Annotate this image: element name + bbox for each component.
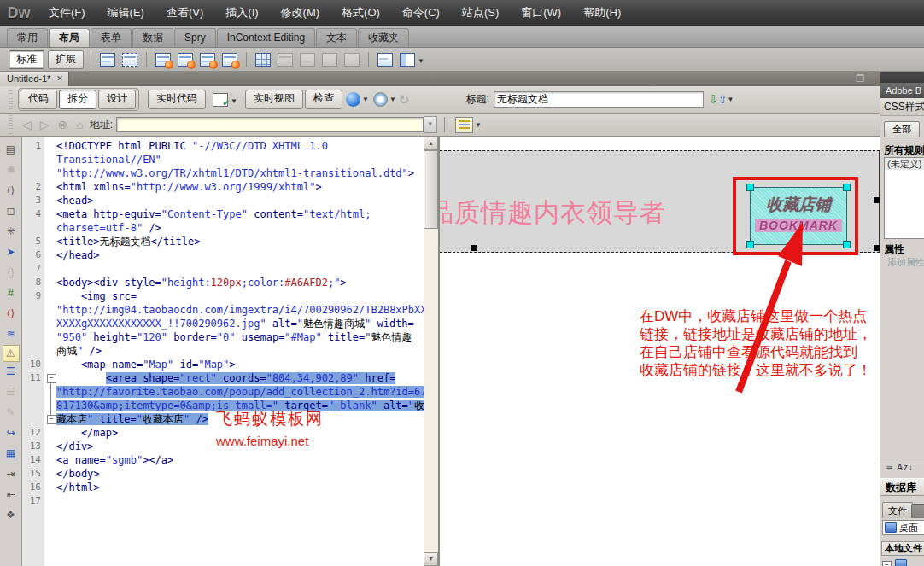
expanded-mode-button[interactable]: 扩展 — [48, 50, 84, 69]
document-title-input[interactable] — [494, 91, 704, 108]
close-icon[interactable]: ✕ — [56, 72, 63, 86]
home-icon[interactable]: ⌂ — [76, 118, 83, 131]
split-view-button[interactable]: 拆分 — [59, 90, 96, 109]
insert-table-icon[interactable] — [254, 51, 272, 68]
line-numbers-icon[interactable]: # — [3, 283, 20, 304]
title-label: 标题: — [465, 92, 488, 107]
live-code-button[interactable]: 实时代码 — [148, 90, 206, 109]
design-view-pane[interactable]: 品质情趣内衣领导者 收藏店铺 BOOKMARK 在DW中，收藏店铺这里做一个热点… — [438, 137, 880, 566]
live-view-button[interactable]: 实时视图 — [245, 90, 303, 109]
code-editor[interactable]: 1<!DOCTYPE html PUBLIC "-//W3C//DTD XHTM… — [22, 137, 424, 566]
insert-tab-表单[interactable]: 表单 — [91, 28, 132, 47]
code-fold-marker[interactable]: − — [47, 374, 56, 383]
inspect-button[interactable]: 检查 — [305, 90, 342, 109]
code-scrollbar[interactable]: ▲ ▼ — [424, 137, 438, 566]
insert-tab-InContext Editing[interactable]: InContext Editing — [217, 28, 315, 47]
image-map-hotspot[interactable]: 收藏店铺 BOOKMARK — [750, 187, 847, 245]
collapse-full-tag-icon[interactable]: ⟨⟩ — [3, 181, 20, 201]
tree-collapse-icon[interactable]: − — [882, 561, 892, 566]
highlight-invalid-code-icon[interactable]: ⟨⟩ — [3, 304, 20, 324]
move-css-rule-icon[interactable]: ▦ — [3, 444, 20, 464]
design-view-button[interactable]: 设计 — [98, 90, 136, 109]
menu-item-7[interactable]: 命令(C) — [391, 0, 451, 26]
outdent-code-icon[interactable]: ⇤ — [3, 485, 20, 505]
spry-menu-bar-icon[interactable] — [154, 51, 173, 68]
code-fold-marker[interactable]: − — [47, 415, 56, 424]
css-rule-item[interactable]: (未定义) — [885, 158, 924, 170]
banner-image[interactable]: 品质情趣内衣领导者 收藏店铺 BOOKMARK — [440, 150, 880, 253]
preview-browser-icon[interactable] — [346, 92, 360, 107]
menu-item-5[interactable]: 修改(M) — [270, 0, 331, 26]
site-dropdown[interactable]: 桌面 — [882, 520, 924, 535]
restore-window-icon[interactable]: ❐ — [856, 73, 864, 84]
insert-tab-收藏夹[interactable]: 收藏夹 — [358, 28, 409, 47]
menu-item-1[interactable]: 文件(F) — [38, 0, 96, 26]
open-documents-icon[interactable]: ▤ — [3, 140, 20, 160]
visual-aids-eye-icon[interactable] — [373, 92, 388, 107]
insert-tab-文本[interactable]: 文本 — [316, 28, 357, 47]
syntax-check-icon[interactable]: ≋ — [3, 324, 20, 345]
local-files-header: 本地文件 — [881, 541, 924, 556]
insert-tab-布局[interactable]: 布局 — [49, 28, 90, 47]
menu-item-2[interactable]: 编辑(E) — [96, 0, 155, 26]
scroll-up-icon[interactable]: ▲ — [424, 137, 438, 150]
browserlab-panel-tab[interactable]: Adobe B — [880, 83, 924, 98]
insert-tab-数据[interactable]: 数据 — [132, 28, 173, 47]
check-page-icon[interactable]: ✔▼ — [211, 91, 230, 108]
css-styles-panel-tab[interactable]: CSS样式 — [880, 98, 924, 116]
menu-item-8[interactable]: 站点(S) — [451, 0, 510, 26]
insert-div-tag-icon[interactable] — [98, 51, 117, 68]
spry-collapsible-panel-icon[interactable] — [220, 51, 239, 68]
files-tab[interactable]: 文件 — [882, 502, 913, 518]
hotspot-handle[interactable] — [746, 241, 754, 248]
hotspot-handle[interactable] — [843, 241, 851, 248]
menu-item-3[interactable]: 查看(V) — [155, 0, 214, 26]
insert-frame-icon[interactable] — [376, 51, 395, 68]
code-line: 14<a name="sgmb"></a> — [22, 453, 424, 467]
back-icon[interactable]: ◁ — [22, 118, 32, 131]
css-sort-icons[interactable]: ≔ Az↓ — [880, 463, 924, 472]
insert-tab-Spry[interactable]: Spry — [174, 28, 216, 47]
code-line: "950" height="120" border="0" usemap="#M… — [22, 330, 424, 344]
address-input[interactable] — [116, 117, 424, 132]
spry-tabbed-panels-icon[interactable] — [176, 51, 195, 68]
indent-code-icon[interactable]: ⇥ — [3, 464, 20, 485]
add-property-link[interactable]: 添加属性 — [880, 256, 924, 269]
hotspot-handle[interactable] — [746, 184, 754, 191]
image-resize-handle[interactable] — [874, 197, 880, 203]
file-sync-icon[interactable]: ⇩⇧ — [709, 93, 728, 106]
files-tree[interactable]: − +┄ — [882, 557, 924, 566]
spry-accordion-icon[interactable] — [198, 51, 217, 68]
document-tab[interactable]: Untitled-1* ✕ — [0, 72, 69, 86]
frames-menu-icon[interactable]: ▼ — [398, 51, 417, 68]
databases-panel-header[interactable]: 数据库 — [880, 478, 924, 496]
menu-item-10[interactable]: 帮助(H) — [572, 0, 632, 26]
image-resize-handle[interactable] — [471, 245, 477, 251]
assets-tab-stub[interactable] — [911, 504, 924, 518]
code-view-pane[interactable]: ▤✺⟨⟩◻✳➤{}#⟨⟩≋⚠☰☱✎↪▦⇥⇤❖ 1<!DOCTYPE html P… — [0, 137, 438, 566]
collapse-selection-icon[interactable]: ◻ — [3, 201, 20, 222]
css-all-button[interactable]: 全部 — [884, 121, 920, 137]
apply-comment-icon[interactable]: ☰ — [3, 362, 20, 382]
view-options-icon[interactable] — [455, 117, 473, 133]
forward-icon[interactable]: ▷ — [40, 118, 50, 131]
recent-snippets-icon[interactable]: ↪ — [3, 423, 20, 444]
image-resize-handle[interactable] — [874, 245, 880, 251]
menu-item-9[interactable]: 窗口(W) — [510, 0, 572, 26]
menu-item-6[interactable]: 格式(O) — [330, 0, 391, 26]
draw-ap-div-icon[interactable] — [120, 51, 139, 68]
scroll-down-icon[interactable]: ▼ — [424, 552, 438, 566]
format-source-code-icon[interactable]: ❖ — [3, 505, 20, 526]
hotspot-handle[interactable] — [843, 184, 851, 191]
syntax-error-alerts-icon[interactable]: ⚠ — [3, 345, 20, 362]
standard-mode-button[interactable]: 标准 — [9, 50, 44, 69]
stop-icon[interactable]: ⊗ — [58, 118, 68, 131]
select-parent-tag-icon[interactable]: ➤ — [3, 242, 20, 263]
code-view-button[interactable]: 代码 — [20, 90, 57, 109]
browser-navigation-bar: ◁ ▷ ⊗ ⌂ 地址: ▼ ▼ — [0, 114, 880, 137]
expand-all-icon[interactable]: ✳ — [3, 222, 20, 242]
address-dropdown-icon[interactable]: ▼ — [424, 116, 437, 133]
menu-item-4[interactable]: 插入(I) — [214, 0, 269, 26]
scrollbar-thumb[interactable] — [424, 150, 438, 229]
insert-tab-常用[interactable]: 常用 — [7, 28, 48, 47]
